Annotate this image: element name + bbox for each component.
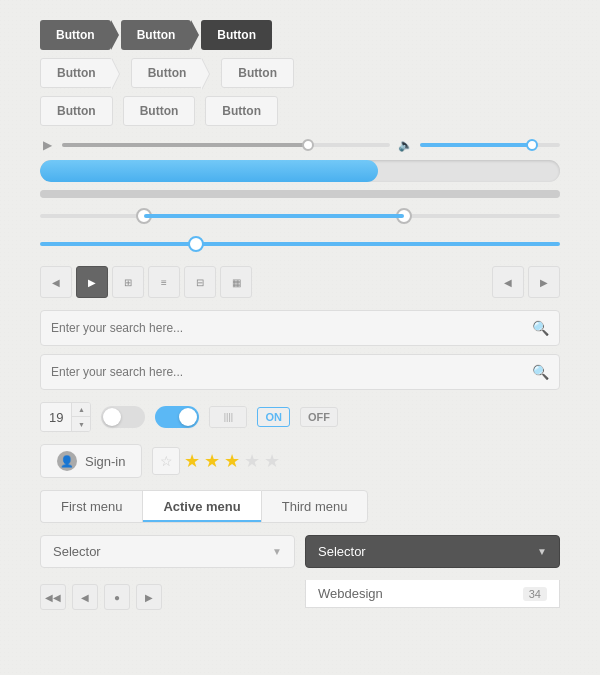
search-bar-2: 🔍 — [40, 354, 560, 390]
dropdown-area: ◀◀ ◀ ● ▶ Webdesign 34 — [40, 580, 560, 610]
button-outline-3[interactable]: Button — [221, 58, 294, 88]
signin-stars-row: 👤 Sign-in ☆ ★ ★ ★ ★ ★ — [40, 444, 560, 478]
search-bar-1: 🔍 — [40, 310, 560, 346]
thin-fill-1 — [40, 190, 560, 198]
buttons-section: Button Button Button Button Button Butto… — [40, 20, 560, 126]
search-icon-1[interactable]: 🔍 — [532, 320, 549, 336]
number-value: 19 — [41, 403, 71, 431]
button-outline-1[interactable]: Button — [40, 58, 113, 88]
button-dark-1[interactable]: Button — [40, 20, 111, 50]
page-btn-3[interactable]: ● — [104, 584, 130, 610]
range-single[interactable] — [40, 234, 560, 254]
media-back[interactable]: ◀ — [492, 266, 524, 298]
volume-icon: 🔈 — [398, 138, 412, 152]
user-icon: 👤 — [57, 451, 77, 471]
big-progress-fill — [40, 160, 378, 182]
signin-label: Sign-in — [85, 454, 125, 469]
star-outline-btn[interactable]: ☆ — [152, 447, 180, 475]
search-input-2[interactable] — [51, 365, 532, 379]
star-2[interactable]: ★ — [204, 450, 220, 472]
button-dark-3[interactable]: Button — [201, 20, 272, 50]
media-columns[interactable]: ⊟ — [184, 266, 216, 298]
selector-light-arrow: ▼ — [272, 546, 282, 557]
button-outline-2[interactable]: Button — [131, 58, 204, 88]
search-section: 🔍 🔍 — [40, 310, 560, 390]
star-5[interactable]: ★ — [264, 450, 280, 472]
button-dark-2[interactable]: Button — [121, 20, 192, 50]
selector-light[interactable]: Selector ▼ — [40, 535, 295, 568]
star-rating-wrap: ☆ ★ ★ ★ ★ ★ — [152, 447, 280, 475]
number-arrows: ▲ ▼ — [71, 403, 90, 431]
button-row-2: Button Button Button — [40, 58, 560, 88]
button-row-3: Button Button Button — [40, 96, 560, 126]
progress-track-2[interactable] — [420, 143, 560, 147]
media-forward[interactable]: ▶ — [528, 266, 560, 298]
dropdown-item-count: 34 — [523, 587, 547, 601]
sliders-section: ▶ 🔈 — [40, 138, 560, 254]
toggle-off[interactable] — [101, 406, 145, 428]
number-input: 19 ▲ ▼ — [40, 402, 91, 432]
menu-tab-third[interactable]: Third menu — [261, 490, 369, 523]
thin-progress-1[interactable] — [40, 190, 560, 198]
big-progress-bar[interactable] — [40, 160, 560, 182]
range-fill — [144, 214, 404, 218]
button-plain-2[interactable]: Button — [123, 96, 196, 126]
search-icon-2[interactable]: 🔍 — [532, 364, 549, 380]
segmented-toggle[interactable]: |||| — [209, 406, 247, 428]
star-3[interactable]: ★ — [224, 450, 240, 472]
star-1[interactable]: ★ — [184, 450, 200, 472]
selectors-row: Selector ▼ Selector ▼ — [40, 535, 560, 568]
selector-light-label: Selector — [53, 544, 101, 559]
button-plain-1[interactable]: Button — [40, 96, 113, 126]
pagination-row: ◀◀ ◀ ● ▶ — [40, 580, 295, 610]
media-grid[interactable]: ⊞ — [112, 266, 144, 298]
slider-row-play: ▶ 🔈 — [40, 138, 560, 152]
media-play[interactable]: ▶ — [76, 266, 108, 298]
media-controls: ◀ ▶ ⊞ ≡ ⊟ ▦ ◀ ▶ — [40, 266, 560, 298]
dropdown-item-webdesign[interactable]: Webdesign 34 — [305, 580, 560, 608]
controls-row: 19 ▲ ▼ |||| ON OFF — [40, 402, 560, 432]
star-4[interactable]: ★ — [244, 450, 260, 472]
dropdown-item-label: Webdesign — [318, 586, 383, 601]
range-single-handle[interactable] — [188, 236, 204, 252]
media-prev[interactable]: ◀ — [40, 266, 72, 298]
menu-tabs: First menu Active menu Third menu — [40, 490, 560, 523]
selector-dark-label: Selector — [318, 544, 366, 559]
media-list[interactable]: ≡ — [148, 266, 180, 298]
dropdown-open: Webdesign 34 — [305, 580, 560, 610]
toggle-off-knob — [103, 408, 121, 426]
selector-dark-arrow: ▼ — [537, 546, 547, 557]
menu-tab-active[interactable]: Active menu — [142, 490, 260, 523]
number-down[interactable]: ▼ — [72, 417, 90, 431]
search-input-1[interactable] — [51, 321, 532, 335]
toggle-on[interactable] — [155, 406, 199, 428]
selector-dark[interactable]: Selector ▼ — [305, 535, 560, 568]
off-label: OFF — [300, 407, 338, 427]
media-tiles[interactable]: ▦ — [220, 266, 252, 298]
number-up[interactable]: ▲ — [72, 403, 90, 417]
play-icon: ▶ — [40, 138, 54, 152]
button-plain-3[interactable]: Button — [205, 96, 278, 126]
button-row-1: Button Button Button — [40, 20, 560, 50]
page-btn-1[interactable]: ◀◀ — [40, 584, 66, 610]
page-btn-4[interactable]: ▶ — [136, 584, 162, 610]
seg-1: |||| — [210, 407, 246, 427]
menu-tab-first[interactable]: First menu — [40, 490, 142, 523]
toggle-on-knob — [179, 408, 197, 426]
page-btn-2[interactable]: ◀ — [72, 584, 98, 610]
on-label: ON — [257, 407, 290, 427]
range-two-handle[interactable] — [40, 206, 560, 226]
signin-button[interactable]: 👤 Sign-in — [40, 444, 142, 478]
range-single-track — [40, 242, 560, 246]
progress-track-1[interactable] — [62, 143, 390, 147]
